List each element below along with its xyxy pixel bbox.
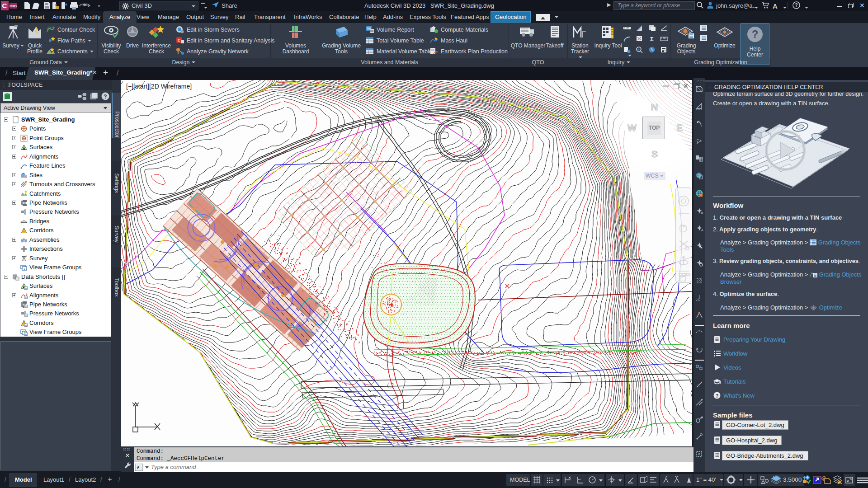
svg-text:A: A	[701, 229, 703, 232]
svg-text:i: i	[628, 50, 629, 53]
svg-text:?: ?	[752, 28, 759, 40]
svg-text:?: ?	[716, 393, 719, 399]
svg-text:?: ?	[795, 3, 797, 8]
svg-text:C: C	[2, 2, 7, 9]
svg-text:Σ: Σ	[650, 36, 654, 42]
svg-text:?: ?	[104, 94, 107, 100]
svg-text:C: C	[178, 38, 181, 42]
svg-text:#: #	[701, 211, 703, 215]
svg-text:C3D: C3D	[9, 4, 17, 8]
